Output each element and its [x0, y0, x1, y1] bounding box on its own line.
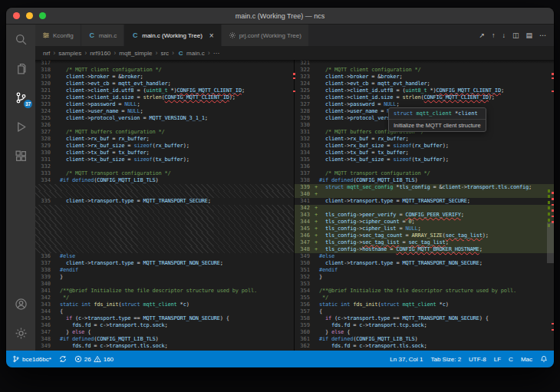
- line-number[interactable]: 330: [295, 122, 313, 129]
- line-number[interactable]: 358: [295, 315, 313, 322]
- code-line[interactable]: 341 client->transport.type = MQTT_TRANSP…: [295, 198, 554, 205]
- problems-status[interactable]: 26160: [74, 355, 114, 363]
- activity-bar-gear[interactable]: [6, 318, 35, 348]
- code-line[interactable]: 318 /* MQTT client configuration */: [35, 67, 294, 74]
- line-number[interactable]: 326: [35, 122, 54, 129]
- line-number[interactable]: 342: [35, 295, 54, 301]
- code-line[interactable]: 326: [35, 122, 294, 129]
- code-line[interactable]: 329 client->rx_buf_size = sizeof(rx_buff…: [35, 143, 294, 150]
- line-number[interactable]: 351: [295, 267, 313, 274]
- line-number[interactable]: 341: [35, 288, 54, 295]
- tab-main-c[interactable]: Cmain.c: [81, 25, 125, 46]
- line-number[interactable]: 327: [35, 129, 54, 136]
- code-line[interactable]: 349 fds.fd = c->transport.tls.sock;: [35, 343, 294, 350]
- activity-bar-account[interactable]: [6, 289, 35, 318]
- line-number[interactable]: 325: [35, 115, 54, 122]
- code-line[interactable]: 328 client->rx_buf = rx_buffer;: [35, 136, 294, 143]
- code-line[interactable]: 338#endif: [35, 267, 294, 274]
- line-number[interactable]: 327: [295, 101, 313, 108]
- code-line[interactable]: 319 client->broker = &broker;: [35, 74, 294, 81]
- line-number[interactable]: 348: [35, 336, 54, 343]
- line-number[interactable]: 355: [295, 295, 313, 301]
- status-item[interactable]: Mac: [521, 356, 532, 363]
- code-line[interactable]: 334 client->tx_buf = tx_buffer;: [295, 150, 554, 156]
- line-number[interactable]: 337: [35, 260, 54, 267]
- line-number[interactable]: 323: [295, 74, 313, 81]
- code-line[interactable]: 325 client->client_id.utf8 = (uint8_t *)…: [295, 87, 554, 94]
- tab-kconfig[interactable]: Kconfig: [35, 25, 81, 46]
- breadcrumb-item[interactable]: samples: [58, 50, 81, 57]
- code-line[interactable]: 344{: [35, 308, 294, 315]
- line-number[interactable]: 319: [35, 74, 54, 81]
- activity-bar-search[interactable]: [6, 25, 35, 54]
- line-number[interactable]: 343: [35, 301, 54, 308]
- code-line[interactable]: 332 client->rx_buf = rx_buffer;: [295, 136, 554, 143]
- line-number[interactable]: 322: [35, 94, 54, 101]
- more-actions-icon[interactable]: ⋯: [539, 31, 546, 39]
- line-number[interactable]: 335: [295, 156, 313, 163]
- code-line[interactable]: 342+: [295, 205, 554, 212]
- code-line[interactable]: 349#else: [295, 253, 554, 260]
- activity-bar-run-debug[interactable]: [6, 112, 35, 141]
- minimize-window-button[interactable]: [26, 12, 33, 19]
- breadcrumb-item[interactable]: ⋯: [213, 50, 219, 57]
- line-number[interactable]: 362: [295, 343, 313, 350]
- line-number[interactable]: 338: [35, 267, 54, 274]
- line-number[interactable]: 361: [295, 336, 313, 343]
- code-line[interactable]: 336: [295, 163, 554, 170]
- line-number[interactable]: 359: [295, 322, 313, 329]
- line-number[interactable]: 320: [35, 81, 54, 87]
- code-line[interactable]: 322 client->client_id.size = strlen(CONF…: [35, 94, 294, 101]
- line-number[interactable]: 330: [35, 150, 54, 156]
- code-line[interactable]: 324 client->evt_cb = mqtt_evt_handler;: [295, 81, 554, 87]
- line-number[interactable]: 317: [35, 60, 54, 67]
- line-number[interactable]: 340: [35, 281, 54, 288]
- status-item[interactable]: LF: [494, 356, 501, 363]
- line-number[interactable]: 334: [35, 177, 54, 184]
- branch-status[interactable]: bce1d6bc*: [12, 355, 51, 363]
- activity-bar-extensions[interactable]: [6, 141, 35, 170]
- breadcrumb-item[interactable]: mqtt_simple: [119, 50, 152, 57]
- line-number[interactable]: 337: [295, 170, 313, 177]
- line-number[interactable]: 328: [295, 108, 313, 115]
- line-number[interactable]: 329: [295, 115, 313, 122]
- line-number[interactable]: 336: [295, 163, 313, 170]
- code-line[interactable]: 323 client->broker = &broker;: [295, 74, 554, 81]
- code-line[interactable]: 345 if (c->transport.type == MQTT_TRANSP…: [35, 315, 294, 322]
- code-line[interactable]: 345+ tls_config->cipher_list = NULL;: [295, 226, 554, 232]
- code-line[interactable]: 340+: [295, 191, 554, 198]
- code-line[interactable]: 362 fds.fd = c->transport.tls.sock;: [295, 343, 554, 350]
- line-number[interactable]: 353: [295, 281, 313, 288]
- line-number[interactable]: 324: [35, 108, 54, 115]
- code-line[interactable]: 331 client->tx_buf_size = sizeof(tx_buff…: [35, 156, 294, 163]
- line-number[interactable]: 333: [295, 143, 313, 150]
- code-line[interactable]: 321: [295, 60, 554, 67]
- code-line[interactable]: 350 client->transport.type = MQTT_TRANSP…: [295, 260, 554, 267]
- line-number[interactable]: 332: [295, 136, 313, 143]
- line-number[interactable]: 335: [35, 198, 54, 205]
- line-number[interactable]: 345: [35, 315, 54, 322]
- line-number[interactable]: 357: [295, 308, 313, 315]
- line-number[interactable]: 331: [35, 156, 54, 163]
- code-line[interactable]: 342 */: [35, 295, 294, 301]
- line-number[interactable]: 329: [35, 143, 54, 150]
- code-line[interactable]: 357{: [295, 308, 554, 315]
- code-line[interactable]: 327 /* MQTT buffers configuration */: [35, 129, 294, 136]
- activity-bar-source-control[interactable]: 37: [6, 83, 35, 112]
- activity-bar-files[interactable]: [6, 54, 35, 83]
- code-line[interactable]: 359 fds.fd = c->transport.tcp.sock;: [295, 322, 554, 329]
- line-number[interactable]: 341: [295, 198, 313, 205]
- code-line[interactable]: 344+ tls_config->cipher_count = 0;: [295, 219, 554, 226]
- code-line[interactable]: 339+ struct mqtt_sec_config *tls_config …: [295, 184, 554, 191]
- line-number[interactable]: 321: [295, 60, 313, 67]
- breadcrumb-item[interactable]: nrf9160: [90, 50, 110, 57]
- code-line[interactable]: 347 } else {: [35, 329, 294, 336]
- code-line[interactable]: 341/**@brief Initialize the file descrip…: [35, 288, 294, 295]
- line-number[interactable]: 336: [35, 253, 54, 260]
- sync-status[interactable]: [59, 355, 67, 363]
- line-number[interactable]: 331: [295, 129, 313, 136]
- code-line[interactable]: 324 client->user_name = NULL;: [35, 108, 294, 115]
- code-line[interactable]: 360 } else {: [295, 329, 554, 336]
- line-number[interactable]: 322: [295, 67, 313, 74]
- line-number[interactable]: 342: [295, 205, 313, 212]
